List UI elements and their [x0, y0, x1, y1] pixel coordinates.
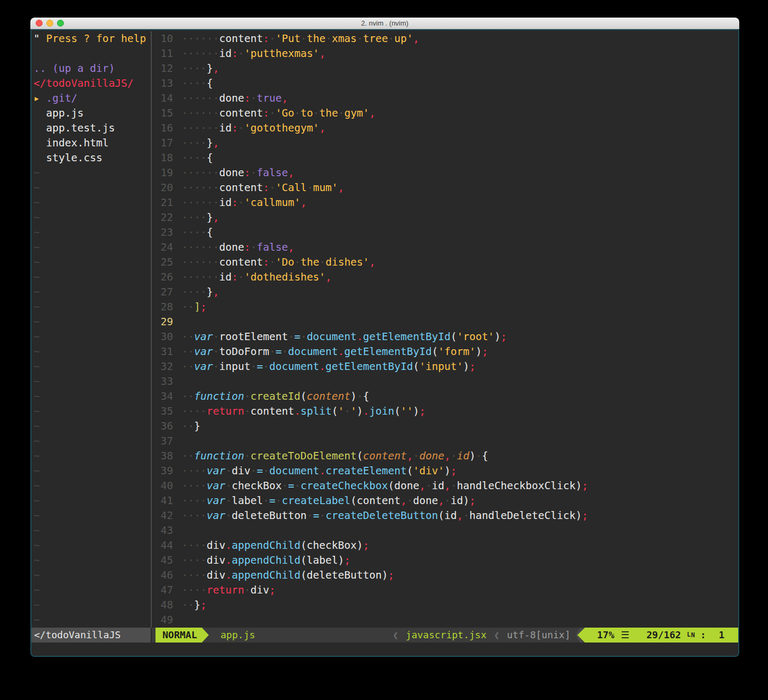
- code-line[interactable]: 24······done:·false,: [152, 240, 738, 255]
- code-line[interactable]: 48··};: [152, 598, 738, 613]
- line-number: 15: [152, 106, 182, 121]
- code-line[interactable]: 45····div.appendChild(label);: [152, 553, 738, 568]
- editor-buffer[interactable]: 10······content:·'Put·the·xmas·tree·up',…: [152, 31, 738, 628]
- empty-line-tilde: ~: [31, 523, 151, 538]
- code-line[interactable]: 14······done:·true,: [152, 91, 738, 106]
- line-number: 25: [152, 255, 182, 270]
- sidebar-file-item[interactable]: app.js: [31, 106, 151, 121]
- code-line[interactable]: 15······content:·'Go·to·the·gym',: [152, 106, 738, 121]
- code-text: ··};: [182, 598, 738, 613]
- code-line[interactable]: 26······id:·'dothedishes',: [152, 270, 738, 285]
- code-line[interactable]: 37: [152, 434, 738, 449]
- code-line[interactable]: 11······id:·'putthexmas',: [152, 46, 738, 61]
- empty-line-tilde: ~: [31, 613, 151, 628]
- line-number: 39: [152, 464, 182, 479]
- line-number: 33: [152, 374, 182, 389]
- empty-line-tilde: ~: [31, 419, 151, 434]
- line-number: 40: [152, 479, 182, 493]
- statusline-filetype: javascript.jsx: [406, 628, 487, 643]
- line-number: 22: [152, 210, 182, 225]
- code-line[interactable]: 28··];: [152, 300, 738, 315]
- nvim-terminal-window: 2. nvim . (nvim) " Press ? for help.. (u…: [30, 18, 739, 657]
- code-line[interactable]: 33: [152, 374, 738, 389]
- code-line[interactable]: 10······content:·'Put·the·xmas·tree·up',: [152, 31, 738, 46]
- cursor-line-number: 29: [152, 315, 182, 330]
- line-number: 30: [152, 330, 182, 344]
- code-text: ······id:·'dothedishes',: [182, 270, 738, 285]
- code-line[interactable]: 41····var·label·=·createLabel(content,·d…: [152, 493, 738, 508]
- empty-line-tilde: ~: [31, 508, 151, 523]
- sidebar-header-row: [31, 46, 151, 61]
- line-number: 44: [152, 538, 182, 553]
- code-line[interactable]: 20······content:·'Call·mum',: [152, 180, 738, 195]
- code-line[interactable]: 25······content:·'Do·the·dishes',: [152, 255, 738, 270]
- code-line[interactable]: 17····},: [152, 136, 738, 151]
- code-line[interactable]: 39····var·div·=·document.createElement('…: [152, 464, 738, 479]
- code-text: ····var·deleteButton·=·createDeleteButto…: [182, 508, 738, 523]
- code-line[interactable]: 47····return·div;: [152, 583, 738, 598]
- code-line[interactable]: 16······id:·'gotothegym',: [152, 121, 738, 136]
- code-text: ····var·div·=·document.createElement('di…: [182, 464, 738, 479]
- chevron-left-icon: ❮: [393, 628, 398, 643]
- code-line[interactable]: 38··function·createToDoElement(content,·…: [152, 449, 738, 464]
- code-line[interactable]: 32··var·input·=·document.getElementById(…: [152, 359, 738, 374]
- empty-line-tilde: ~: [31, 330, 151, 344]
- column-separator: :: [700, 628, 706, 643]
- code-line[interactable]: 44····div.appendChild(checkBox);: [152, 538, 738, 553]
- line-number: 48: [152, 598, 182, 613]
- sidebar-header-row: " Press ? for help: [31, 31, 151, 46]
- code-line[interactable]: 18····{: [152, 151, 738, 166]
- code-line[interactable]: 35····return·content.split('·').join('')…: [152, 404, 738, 419]
- code-line[interactable]: 22····},: [152, 210, 738, 225]
- code-line[interactable]: 43: [152, 523, 738, 538]
- empty-line-tilde: ~: [31, 255, 151, 270]
- statusline-main: NORMAL app.js ❮ javascript.jsx ❮ utf-8[u…: [152, 628, 738, 643]
- line-number: 47: [152, 583, 182, 598]
- code-line[interactable]: 12····},: [152, 61, 738, 76]
- line-number: 26: [152, 270, 182, 285]
- command-line[interactable]: [31, 643, 738, 656]
- code-line[interactable]: 36··}: [152, 419, 738, 434]
- code-line[interactable]: 49: [152, 613, 738, 628]
- empty-line-tilde: ~: [31, 583, 151, 598]
- line-number: 31: [152, 344, 182, 359]
- sidebar-header-row[interactable]: .. (up a dir): [31, 61, 151, 76]
- line-number: 28: [152, 300, 182, 315]
- code-text: ······done:·false,: [182, 166, 738, 180]
- code-line[interactable]: 46····div.appendChild(deleteButton);: [152, 568, 738, 583]
- code-line[interactable]: 42····var·deleteButton·=·createDeleteBut…: [152, 508, 738, 523]
- code-text: ··var·input·=·document.getElementById('i…: [182, 359, 738, 374]
- code-line[interactable]: 40····var·checkBox·=·createCheckbox(done…: [152, 479, 738, 493]
- netrw-file-explorer[interactable]: " Press ? for help.. (up a dir)</todoVan…: [31, 31, 151, 628]
- sidebar-file-item[interactable]: ▸ .git/: [31, 91, 151, 106]
- code-line[interactable]: 31··var·toDoForm·=·document.getElementBy…: [152, 344, 738, 359]
- sidebar-file-item[interactable]: index.html: [31, 136, 151, 151]
- code-line[interactable]: 13····{: [152, 76, 738, 91]
- code-line[interactable]: 34··function·createId(content)·{: [152, 389, 738, 404]
- sidebar-file-item[interactable]: style.css: [31, 151, 151, 166]
- line-number: 21: [152, 195, 182, 210]
- nvim-main-area: " Press ? for help.. (up a dir)</todoVan…: [31, 30, 738, 628]
- code-text: [182, 523, 738, 538]
- terminal-content: " Press ? for help.. (up a dir)</todoVan…: [30, 29, 739, 657]
- empty-line-tilde: ~: [31, 493, 151, 508]
- code-line[interactable]: 27····},: [152, 285, 738, 300]
- statusline: </todoVanillaJS NORMAL app.js ❮ javascri…: [31, 628, 738, 643]
- scroll-percent: 17%: [597, 628, 615, 643]
- sidebar-file-item[interactable]: app.test.js: [31, 121, 151, 136]
- window-titlebar[interactable]: 2. nvim . (nvim): [30, 18, 739, 29]
- code-line[interactable]: 19······done:·false,: [152, 166, 738, 180]
- code-text: ··var·rootElement·=·document.getElementB…: [182, 330, 738, 344]
- code-line[interactable]: 29: [152, 315, 738, 330]
- sidebar-file-item[interactable]: </todoVanillaJS/: [31, 76, 151, 91]
- code-line[interactable]: 23····{: [152, 225, 738, 240]
- empty-line-tilde: ~: [31, 225, 151, 240]
- code-text: [182, 374, 738, 389]
- empty-line-tilde: ~: [31, 568, 151, 583]
- statusline-left-path: </todoVanillaJS: [31, 628, 151, 643]
- code-line[interactable]: 30··var·rootElement·=·document.getElemen…: [152, 330, 738, 344]
- line-number: 20: [152, 180, 182, 195]
- code-line[interactable]: 21······id:·'callmum',: [152, 195, 738, 210]
- code-text: ····return·content.split('·').join('');: [182, 404, 738, 419]
- list-icon: ☰: [621, 628, 630, 643]
